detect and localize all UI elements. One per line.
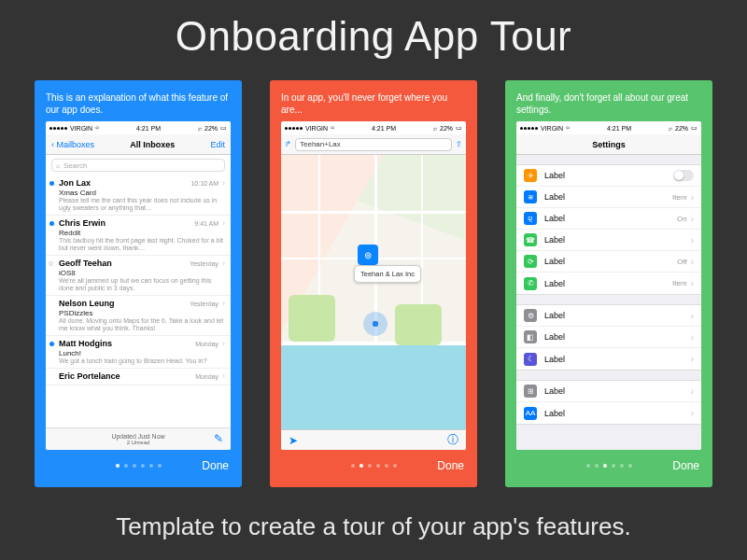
mail-preview: All done. Moving onto Maps for the 6. Ta…	[59, 317, 225, 332]
map-pin-icon[interactable]: ⊜	[358, 245, 378, 265]
done-button[interactable]: Done	[437, 459, 464, 472]
mail-sender: Eric Portelance	[59, 371, 120, 381]
settings-value: Item	[672, 193, 687, 202]
mail-item[interactable]: Chris Erwin9:41 AM ›RedditThis badboy hi…	[46, 216, 231, 256]
settings-row[interactable]: ✈Label	[516, 165, 701, 187]
compose-icon[interactable]: ✎	[214, 432, 223, 445]
onboarding-card-map: In our app, you'll never forget where yo…	[270, 80, 477, 487]
mail-list[interactable]: Jon Lax10:10 AM ›Xmas CardPlease tell me…	[46, 175, 231, 427]
settings-row-icon: ✈	[524, 169, 537, 182]
mail-item[interactable]: Nelson LeungYesterday ›PSDizzlesAll done…	[46, 296, 231, 336]
chevron-right-icon: ›	[222, 339, 225, 348]
mail-item[interactable]: Matt HodginsMonday ›Lunch!We got a lunch…	[46, 336, 231, 369]
map-pin-label[interactable]: Teehan & Lax Inc	[354, 265, 421, 283]
map-search-value: Teehan+Lax	[300, 140, 341, 148]
settings-value: Off	[677, 258, 687, 266]
mail-sender: Matt Hodgins	[59, 339, 112, 348]
battery-icon: ▭	[691, 124, 698, 132]
mail-toolbar: Updated Just Now 2 Unread ✎	[46, 427, 231, 450]
phone-mail: VIRGIN ⌔ 4:21 PM ⌕ 22% ▭ ‹ Mailboxes All…	[46, 121, 231, 450]
settings-row-icon: ✆	[524, 277, 537, 290]
settings-row[interactable]: ☾Label›	[516, 348, 701, 370]
search-input[interactable]: ⌕ Search	[51, 159, 225, 172]
info-icon[interactable]: ⓘ	[447, 432, 458, 448]
mail-item[interactable]: Eric PortelanceMonday ›	[46, 369, 231, 385]
page-title: Onboarding App Tour	[0, 0, 747, 60]
settings-label: Label	[544, 214, 677, 223]
share-icon[interactable]: ⇪	[456, 140, 462, 148]
onboarding-card-settings: And finally, don't forget all about our …	[505, 80, 712, 487]
card-row: This is an explanation of what this feat…	[0, 80, 747, 487]
map-canvas[interactable]: ⊜ Teehan & Lax Inc	[281, 155, 466, 429]
chevron-right-icon: ›	[691, 192, 694, 203]
nav-title: All Inboxes	[94, 140, 210, 149]
map-search-input[interactable]: Teehan+Lax	[295, 138, 452, 151]
settings-label: Label	[544, 332, 687, 342]
phone-settings: VIRGIN ⌔ 4:21 PM ⌕ 22% ▭ Settings ✈Label…	[516, 121, 701, 450]
settings-row[interactable]: ☎Label›	[516, 230, 701, 251]
unread-dot-icon	[49, 221, 54, 226]
mail-subject: Xmas Card	[59, 189, 225, 197]
settings-row[interactable]: ⊞Label›	[516, 381, 701, 402]
settings-label: Label	[544, 311, 687, 320]
card-tagline: And finally, don't forget all about our …	[516, 90, 701, 121]
nav-title: Settings	[541, 140, 677, 149]
locate-icon[interactable]: ➤	[289, 434, 298, 447]
chevron-right-icon: ›	[222, 371, 225, 381]
phone-map: VIRGIN ⌔ 4:21 PM ⌕ 22% ▭ ↱ Teehan+Lax ⇪	[281, 121, 466, 450]
settings-row[interactable]: ⟳LabelOff›	[516, 251, 701, 273]
back-button[interactable]: ‹ Mailboxes	[51, 140, 94, 149]
settings-label: Label	[544, 171, 673, 180]
chevron-right-icon: ›	[691, 235, 694, 245]
done-button[interactable]: Done	[202, 459, 229, 472]
settings-row-icon: ⟳	[524, 255, 537, 268]
mail-item[interactable]: Jon Lax10:10 AM ›Xmas CardPlease tell me…	[46, 175, 231, 216]
carrier-label: VIRGIN	[70, 125, 92, 132]
directions-icon[interactable]: ↱	[285, 140, 291, 148]
settings-row[interactable]: ✆LabelItem›	[516, 273, 701, 294]
page-indicator[interactable]	[311, 464, 437, 468]
settings-row[interactable]: ◧Label›	[516, 327, 701, 348]
toggle-switch[interactable]	[673, 170, 694, 181]
battery-icon: ▭	[220, 124, 227, 132]
mail-subject: iOS8	[59, 269, 225, 277]
chevron-right-icon: ›	[222, 178, 225, 188]
page-indicator[interactable]	[76, 464, 202, 468]
mail-subject: Reddit	[59, 229, 225, 237]
chevron-right-icon: ›	[222, 259, 225, 268]
settings-row-icon: ⚼	[524, 212, 537, 225]
battery-label: 22%	[440, 125, 453, 132]
chevron-right-icon: ›	[691, 332, 694, 343]
settings-label: Label	[544, 279, 672, 288]
battery-label: 22%	[204, 125, 218, 132]
mail-time: Monday ›	[195, 371, 225, 381]
settings-row[interactable]: ⚼LabelOn›	[516, 208, 701, 230]
carrier-label: VIRGIN	[305, 125, 328, 132]
settings-row-icon: ◧	[524, 330, 537, 343]
signal-icon	[520, 127, 538, 130]
wifi-icon: ⌔	[95, 125, 99, 132]
settings-row[interactable]: ≋LabelItem›	[516, 187, 701, 208]
signal-icon	[285, 127, 303, 130]
settings-row-icon: AA	[524, 407, 537, 420]
unread-dot-icon	[49, 181, 54, 186]
mail-sender: Geoff Teehan	[59, 259, 112, 268]
unread-label: 2 Unread	[127, 440, 150, 445]
settings-label: Label	[544, 355, 687, 364]
mail-sender: Chris Erwin	[59, 218, 106, 228]
page-indicator[interactable]	[546, 464, 672, 468]
settings-row[interactable]: ⚙Label›	[516, 305, 701, 327]
settings-list[interactable]: ✈Label≋LabelItem›⚼LabelOn›☎Label›⟳LabelO…	[516, 155, 701, 450]
edit-button[interactable]: Edit	[210, 140, 225, 149]
mail-preview: Please tell me the card this year does n…	[59, 197, 225, 212]
settings-label: Label	[544, 386, 687, 396]
page-subtitle: Template to create a tour of your app's …	[0, 512, 747, 541]
settings-row[interactable]: AALabel›	[516, 402, 701, 424]
chevron-right-icon: ›	[691, 257, 694, 267]
card-tagline: This is an explanation of what this feat…	[46, 90, 231, 121]
mail-item[interactable]: ☆Geoff TeehanYesterday ›iOS8We're all ja…	[46, 256, 231, 296]
map-navbar: ↱ Teehan+Lax ⇪	[281, 134, 466, 155]
done-button[interactable]: Done	[672, 459, 699, 472]
mail-time: Monday ›	[195, 339, 225, 348]
chevron-right-icon: ›	[222, 218, 225, 228]
